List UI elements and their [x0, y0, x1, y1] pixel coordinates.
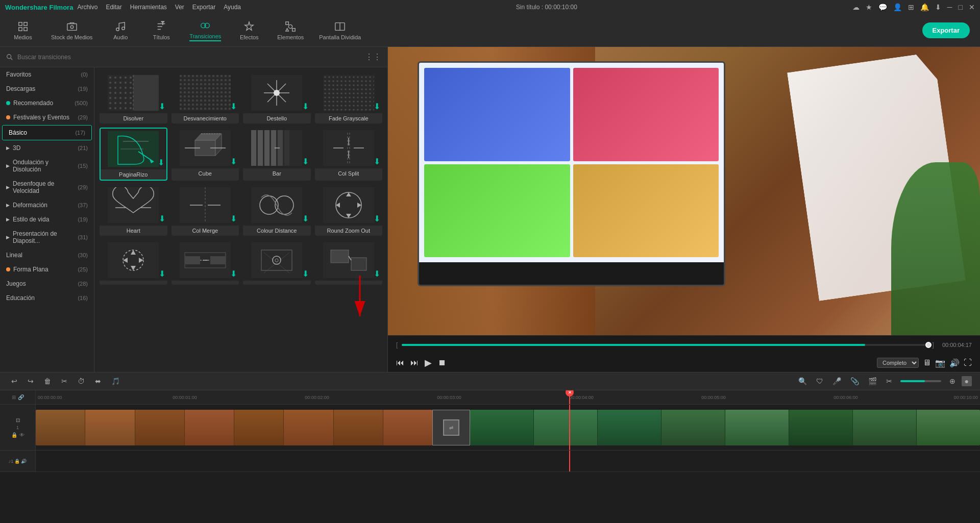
preview-progress-bar[interactable] — [402, 344, 928, 346]
export-button[interactable]: Exportar — [922, 22, 970, 38]
cube-download-icon[interactable]: ⬇ — [230, 157, 237, 166]
transition-colourdistance[interactable]: ⬇ Colour Distance — [243, 185, 311, 236]
toolbar-medios[interactable]: Medios — [10, 21, 36, 40]
timeline-zoom-slider[interactable] — [900, 380, 941, 382]
transition-row4-1[interactable]: ⬇ — [100, 240, 167, 285]
transition-desvanecimiento[interactable]: ⬇ Desvanecimiento — [172, 72, 239, 123]
volume-icon[interactable]: 🔊 — [949, 358, 960, 368]
track-eye-icon[interactable]: 👁 — [19, 432, 24, 438]
video-clip-1[interactable] — [36, 410, 432, 445]
row4-2-download-icon[interactable]: ⬇ — [230, 269, 237, 279]
colsplit-download-icon[interactable]: ⬇ — [374, 157, 380, 166]
row4-1-download-icon[interactable]: ⬇ — [159, 269, 165, 279]
sidebar-item-juegos[interactable]: Juegos (28) — [0, 277, 94, 291]
sidebar-item-festivales[interactable]: Festivales y Eventos (29) — [0, 110, 94, 124]
transition-clip[interactable]: ⇌ — [432, 410, 470, 445]
transition-paginarizo[interactable]: ⬇ PaginaRizo — [100, 128, 167, 181]
sidebar-item-descargas[interactable]: Descargas (19) — [0, 82, 94, 96]
download-icon[interactable]: ⬇ — [935, 3, 941, 11]
record-button[interactable]: ● — [962, 376, 972, 386]
cut-button[interactable]: ✂ — [58, 375, 70, 387]
toolbar-pantalla[interactable]: Pantalla Dividida — [319, 21, 361, 40]
menu-ayuda[interactable]: Ayuda — [224, 4, 241, 11]
menu-ver[interactable]: Ver — [175, 4, 184, 11]
paginarizo-download-icon[interactable]: ⬇ — [158, 158, 164, 167]
roundzoom-download-icon[interactable]: ⬇ — [374, 214, 380, 223]
zoom-out-button[interactable]: 🔍 — [795, 375, 810, 387]
transition-roundzoom[interactable]: ⬇ Round Zoom Out — [315, 185, 383, 236]
transition-heart[interactable]: ⬇ Heart — [100, 185, 167, 236]
sidebar-item-recomendado[interactable]: Recomendado (500) — [0, 96, 94, 110]
rewind-button[interactable]: ⏮ — [396, 358, 404, 367]
video-clip-2[interactable] — [470, 410, 980, 445]
sidebar-item-deformacion[interactable]: ▶Deformación (37) — [0, 198, 94, 212]
redo-button[interactable]: ↪ — [24, 375, 37, 387]
fullscreen-icon[interactable]: ⛶ — [964, 358, 972, 367]
timeline-ruler[interactable]: 00:00:00:00 00:00:01:00 00:00:02:00 00:0… — [36, 390, 980, 404]
clip-button[interactable]: 📎 — [847, 375, 862, 387]
transition-colmerge[interactable]: ⬇ Col Merge — [172, 185, 239, 236]
sidebar-item-3d[interactable]: ▶3D (21) — [0, 141, 94, 155]
sidebar-item-estilo[interactable]: ▶Estilo de vida (19) — [0, 212, 94, 227]
colmerge-download-icon[interactable]: ⬇ — [230, 214, 237, 223]
maximize-button[interactable]: □ — [959, 3, 963, 11]
audio-track-lock[interactable]: 🔒 — [14, 459, 20, 464]
transition-cube[interactable]: ⬇ Cube — [172, 128, 239, 181]
toolbar-audio[interactable]: Audio — [108, 21, 133, 40]
chat-icon[interactable]: 💬 — [878, 3, 887, 11]
transition-disolver[interactable]: ⬇ Disolver — [100, 72, 167, 123]
grid-options-icon[interactable]: ⋮⋮ — [365, 52, 381, 62]
sidebar-item-desenfoque[interactable]: ▶Desenfoque de Velocidad (29) — [0, 177, 94, 198]
duration-button[interactable]: ⏱ — [75, 375, 88, 387]
transition-colsplit[interactable]: ⬇ Col Split — [315, 128, 383, 181]
menu-editar[interactable]: Editar — [106, 4, 121, 11]
monitor-icon[interactable]: 🖥 — [923, 358, 931, 367]
row4-4-download-icon[interactable]: ⬇ — [374, 269, 380, 279]
camera-roll-button[interactable]: 🎬 — [865, 375, 880, 387]
bell-icon[interactable]: 🔔 — [920, 3, 929, 11]
step-back-button[interactable]: ⏭ — [410, 358, 419, 367]
transition-bar[interactable]: ⬇ Bar — [243, 128, 311, 181]
toolbar-elementos[interactable]: Elementos — [277, 21, 304, 40]
disolver-download-icon[interactable]: ⬇ — [159, 102, 165, 111]
play-button[interactable]: ▶ — [425, 357, 432, 368]
snap-button[interactable]: ⊕ — [946, 375, 959, 387]
mic-button[interactable]: 🎤 — [829, 375, 844, 387]
preview-handle[interactable] — [925, 342, 932, 348]
destello-download-icon[interactable]: ⬇ — [302, 102, 309, 111]
sidebar-item-educacion[interactable]: Educación (16) — [0, 291, 94, 305]
desvanecimiento-download-icon[interactable]: ⬇ — [230, 102, 237, 111]
toolbar-stock[interactable]: Stock de Medios — [51, 21, 92, 40]
menu-herramientas[interactable]: Herramientas — [130, 4, 167, 11]
detach-audio-button[interactable]: 🎵 — [108, 375, 123, 387]
split-button[interactable]: ✂ — [883, 375, 895, 387]
star-icon[interactable]: ★ — [866, 3, 872, 11]
toolbar-transiciones[interactable]: Transiciones — [189, 20, 221, 41]
shield-button[interactable]: 🛡 — [813, 375, 826, 387]
user-icon[interactable]: 👤 — [893, 3, 902, 11]
sidebar-item-lineal[interactable]: Lineal (30) — [0, 248, 94, 262]
transition-row4-2[interactable]: ⬇ — [172, 240, 239, 285]
delete-button[interactable]: 🗑 — [41, 375, 54, 387]
transition-row4-3[interactable]: ⬇ — [243, 240, 311, 285]
sidebar-item-favoritos[interactable]: Favoritos (0) — [0, 67, 94, 82]
fadegrayscale-download-icon[interactable]: ⬇ — [374, 102, 380, 111]
menu-archivo[interactable]: Archivo — [77, 4, 97, 11]
toolbar-efectos[interactable]: Efectos — [236, 21, 262, 40]
menu-exportar[interactable]: Exportar — [192, 4, 215, 11]
sidebar-item-presentacion[interactable]: ▶Presentación de Diaposit... (31) — [0, 227, 94, 248]
transition-destello[interactable]: ⬇ Destello — [243, 72, 311, 123]
transition-row4-4[interactable]: ⬇ — [315, 240, 383, 285]
sidebar-item-forma[interactable]: Forma Plana (25) — [0, 262, 94, 277]
heart-download-icon[interactable]: ⬇ — [159, 214, 165, 223]
toolbar-titulos[interactable]: T Títulos — [149, 21, 174, 40]
sidebar-item-basico[interactable]: Básico (17) — [2, 125, 92, 140]
sidebar-item-ondulacion[interactable]: ▶Ondulación y Disolución (15) — [0, 155, 94, 177]
audio-track-mute[interactable]: 🔊 — [21, 459, 27, 464]
timeline-chain-icon[interactable]: 🔗 — [18, 394, 24, 400]
undo-button[interactable]: ↩ — [8, 375, 20, 387]
quality-select[interactable]: Completo 1/2 1/4 — [877, 358, 919, 368]
cloud-icon[interactable]: ☁ — [852, 3, 860, 11]
minimize-button[interactable]: ─ — [947, 3, 952, 11]
stop-button[interactable]: ⏹ — [438, 358, 446, 367]
